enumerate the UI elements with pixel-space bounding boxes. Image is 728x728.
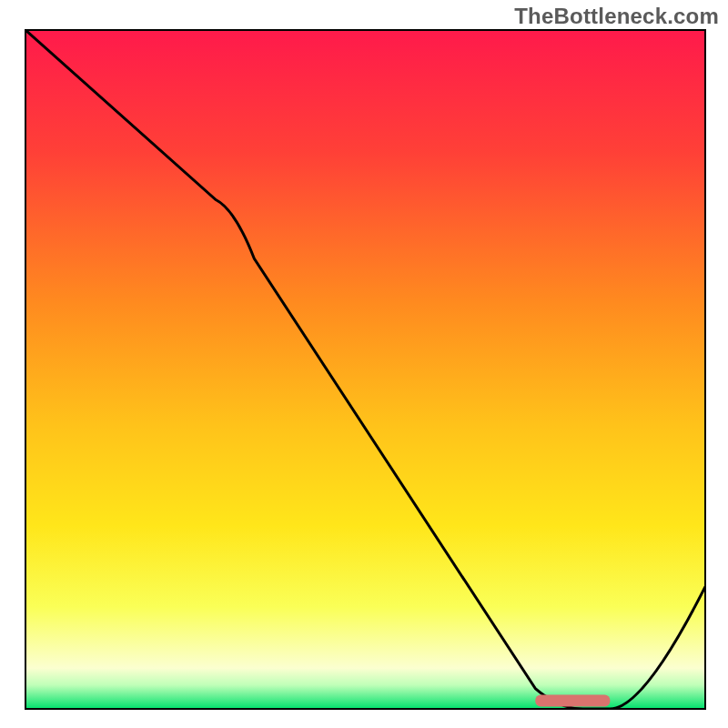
chart-background-gradient [25, 30, 705, 709]
optimal-range-marker [535, 695, 610, 707]
bottleneck-chart [0, 0, 728, 728]
